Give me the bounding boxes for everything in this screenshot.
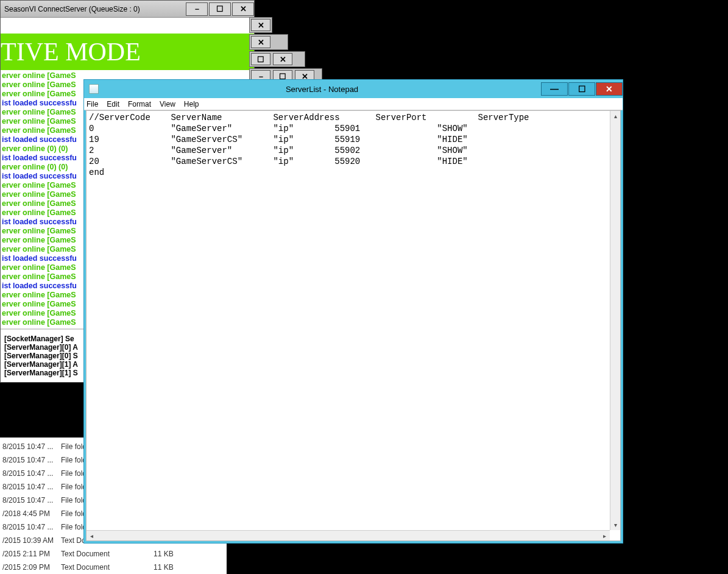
menu-help[interactable]: Help [184, 100, 199, 108]
file-date: /2015 10:39 AM [2, 536, 61, 545]
maximize-icon[interactable]: ☐ [251, 53, 270, 65]
background-window-bar-3[interactable]: ☐ ✕ [249, 51, 305, 67]
file-date: 8/2015 10:47 ... [2, 456, 61, 464]
file-date: /2018 4:45 PM [2, 509, 61, 518]
file-date: 8/2015 10:47 ... [2, 469, 61, 478]
file-row[interactable]: /2015 2:11 PMText Document11 KB [0, 547, 227, 561]
close-button[interactable]: ✕ [596, 82, 623, 96]
close-button[interactable]: ✕ [232, 2, 254, 16]
maximize-button[interactable]: ☐ [568, 82, 595, 96]
file-date: /2015 2:11 PM [2, 550, 61, 558]
notepad-title: ServerList - Notepad [104, 85, 540, 94]
file-date: 8/2015 10:47 ... [2, 523, 61, 531]
notepad-window: ServerList - Notepad — ☐ ✕ File Edit For… [83, 79, 623, 544]
horizontal-scrollbar[interactable]: ◂ ▸ [87, 530, 610, 540]
minimize-button[interactable]: － [186, 2, 208, 16]
notepad-icon [89, 84, 99, 94]
file-date: /2015 2:09 PM [2, 563, 61, 572]
file-type: Text Document [61, 550, 154, 558]
menu-edit[interactable]: Edit [107, 100, 119, 108]
menu-format[interactable]: Format [128, 100, 151, 108]
file-date: 8/2015 10:47 ... [2, 483, 61, 491]
scroll-up-icon[interactable]: ▴ [610, 111, 621, 121]
notepad-menubar[interactable]: File Edit Format View Help [84, 98, 623, 110]
vertical-scrollbar[interactable]: ▴ ▾ [610, 111, 620, 530]
file-size: 11 KB [154, 550, 190, 558]
background-window-bar-2[interactable]: ✕ [249, 34, 288, 50]
close-icon[interactable]: ✕ [251, 36, 270, 48]
scroll-left-icon[interactable]: ◂ [87, 531, 97, 541]
notepad-titlebar[interactable]: ServerList - Notepad — ☐ ✕ [84, 80, 623, 98]
menu-view[interactable]: View [160, 100, 175, 108]
close-icon[interactable]: ✕ [251, 19, 270, 31]
scroll-down-icon[interactable]: ▾ [610, 520, 621, 530]
menu-file[interactable]: File [87, 100, 98, 108]
connectserver-toolbar-spacer [1, 18, 254, 34]
file-row[interactable]: /2015 2:09 PMText Document11 KB [0, 561, 227, 574]
close-icon[interactable]: ✕ [273, 53, 292, 65]
file-size: 11 KB [154, 563, 190, 572]
maximize-button[interactable]: ☐ [209, 2, 231, 16]
file-date: 8/2015 10:47 ... [2, 496, 61, 505]
scroll-right-icon[interactable]: ▸ [599, 531, 610, 541]
notepad-text-area[interactable]: //ServerCode ServerName ServerAddress Se… [86, 110, 621, 541]
background-window-bar-1[interactable]: ✕ [249, 17, 272, 33]
file-date: 8/2015 10:47 ... [2, 442, 61, 451]
connectserver-mode-banner: TIVE MODE [1, 34, 254, 70]
file-type: Text Document [61, 563, 154, 572]
connectserver-title: SeasonVI ConnectServer (QueueSize : 0) [4, 5, 185, 13]
connectserver-titlebar[interactable]: SeasonVI ConnectServer (QueueSize : 0) －… [1, 1, 254, 18]
minimize-button[interactable]: — [541, 82, 568, 96]
